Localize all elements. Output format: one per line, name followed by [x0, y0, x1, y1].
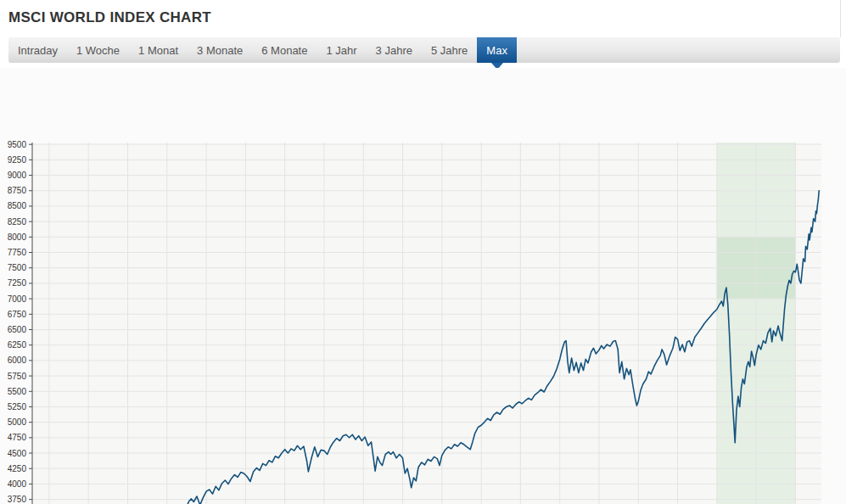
tab-intraday[interactable]: Intraday: [8, 37, 67, 63]
y-tick-label: 6500: [8, 325, 27, 334]
tab-label: 5 Jahre: [431, 44, 468, 57]
y-tick-label: 5500: [8, 387, 27, 396]
y-tick-label: 4000: [8, 479, 27, 489]
tab-max[interactable]: Max: [477, 37, 517, 63]
y-tick-label: 8000: [8, 232, 27, 242]
tab-label: 3 Monate: [197, 44, 243, 57]
plot-area[interactable]: [32, 143, 821, 504]
chart-region: 3250350037504000425045004750500052505500…: [0, 68, 846, 504]
y-tick-label: 7500: [8, 263, 27, 272]
tab-label: Max: [486, 44, 507, 57]
tab-1-jahr[interactable]: 1 Jahr: [317, 37, 366, 63]
tab-3-jahre[interactable]: 3 Jahre: [367, 37, 422, 63]
tab-label: Intraday: [18, 44, 58, 57]
tab-label: 1 Monat: [138, 44, 178, 57]
y-tick-label: 4750: [8, 433, 27, 442]
tab-6-monate[interactable]: 6 Monate: [252, 37, 317, 63]
y-tick-label: 3750: [8, 495, 27, 504]
y-tick-label: 9000: [8, 171, 27, 180]
tab-label: 1 Woche: [76, 44, 120, 57]
y-tick-label: 4500: [8, 449, 27, 458]
tab-label: 1 Jahr: [326, 44, 356, 57]
y-tick-label: 8250: [8, 217, 27, 227]
y-tick-label: 4250: [8, 464, 27, 473]
page-title: MSCI WORLD INDEX CHART: [8, 9, 211, 26]
y-tick-label: 9250: [8, 155, 27, 165]
tab-label: 6 Monate: [261, 44, 307, 57]
tab-3-monate[interactable]: 3 Monate: [188, 37, 252, 63]
y-tick-label: 6750: [8, 310, 27, 319]
y-tick-label: 5000: [8, 417, 27, 427]
y-tick-label: 6250: [8, 340, 27, 350]
tab-1-monat[interactable]: 1 Monat: [129, 37, 188, 63]
tab-1-woche[interactable]: 1 Woche: [67, 37, 129, 63]
msci-world-chart-widget: MSCI WORLD INDEX CHART Intraday 1 Woche …: [0, 0, 846, 504]
y-tick-label: 7000: [8, 294, 27, 304]
y-tick-label: 6000: [8, 356, 27, 365]
y-tick-label: 5750: [8, 372, 27, 381]
y-tick-label: 9500: [8, 140, 27, 149]
timeframe-tabbar: Intraday 1 Woche 1 Monat 3 Monate 6 Mona…: [8, 37, 840, 63]
tab-5-jahre[interactable]: 5 Jahre: [422, 37, 477, 63]
tab-label: 3 Jahre: [376, 44, 412, 57]
y-tick-label: 8500: [8, 201, 27, 210]
y-tick-label: 8750: [8, 186, 27, 195]
y-tick-label: 5250: [8, 402, 27, 412]
container-border: [840, 0, 841, 37]
y-tick-label: 7250: [8, 278, 27, 288]
y-tick-label: 7750: [8, 248, 27, 257]
chart-canvas[interactable]: 3250350037504000425045004750500052505500…: [0, 68, 846, 504]
